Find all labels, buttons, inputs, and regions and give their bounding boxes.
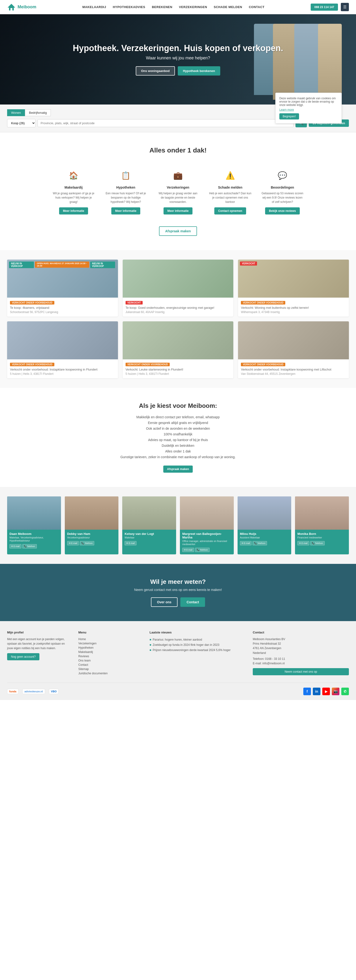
cookie-learn-more[interactable]: Learn more	[279, 108, 294, 111]
cookie-banner: Deze website maakt gebruik van cookies o…	[275, 92, 342, 124]
team-photo-1	[65, 496, 119, 530]
team-phone-0[interactable]: 📞 Telefoon	[22, 544, 37, 549]
afspraak-button[interactable]: Afspraak maken	[159, 226, 197, 236]
verzekeringen-desc: Wij helpen je graag verder aan de laagst…	[157, 191, 199, 204]
team-info-5: Monika Born Financieel medewerker ✉ E-ma…	[295, 530, 349, 548]
services-section: Alles onder 1 dak! 🏠 Makelaardij Wil je …	[0, 132, 356, 250]
team-card-4: Milou Huijs Assistent Makelaar ✉ E-mail …	[237, 496, 291, 554]
team-role-1: Verzekeringsadviseur	[67, 536, 116, 539]
property-status-2: VERKOCHT ONDER VOORBEHOUD	[241, 301, 285, 304]
team-info-1: Debby van Ham Verzekeringsadviseur ✉ E-m…	[65, 530, 119, 548]
team-info-3: Margreet van Ballegooijen-Martha Office …	[180, 530, 234, 554]
footer-contact-address: Prins Hendrikstraat 32	[253, 641, 349, 646]
footer-menu-item-5[interactable]: Ons team	[78, 659, 142, 663]
makelaardij-icon: 🏠	[66, 169, 81, 183]
footer-menu-item-3[interactable]: Makelaardij	[78, 650, 142, 654]
property-address-3: 5 huizen | Helis 3, 4381TI Flundert	[10, 372, 115, 375]
service-card-beoordelingen: 💬 Beoordelingen Gebaseerd op 53 reviews …	[259, 164, 306, 219]
footer-news-1[interactable]: ■ Zoekbudget op funda in 2024 flink hoge…	[150, 642, 246, 648]
cookie-accept-button[interactable]: Begrepen!	[279, 113, 299, 119]
team-phone-5[interactable]: 📞 Telefoon	[310, 541, 325, 545]
property-card-5: VERKOCHT ONDER VOORBEHOUD Verkocht onder…	[238, 321, 349, 379]
team-name-2: Kelsey van der Logt	[125, 532, 174, 536]
schade-btn[interactable]: Contact opnemen	[214, 207, 246, 215]
why-afspraak-button[interactable]: Afspraak maken	[163, 466, 193, 473]
navbar-right: 088 23 114 147 ☰	[311, 3, 349, 11]
nav-schade-melden[interactable]: SCHADE MELDEN	[214, 5, 242, 9]
footer-menu-item-7[interactable]: Sitemap	[78, 667, 142, 671]
youtube-icon[interactable]: ▶	[322, 687, 330, 695]
team-name-4: Milou Huijs	[240, 532, 289, 536]
footer-menu-title: Menu	[78, 631, 142, 634]
nav-makelaardij[interactable]: MAKELAARDIJ	[82, 5, 106, 9]
linkedin-icon[interactable]: in	[313, 687, 320, 695]
team-role-0: Makelaar, Verzekeringsadviseur, Hypothee…	[9, 536, 59, 542]
footer-news-2[interactable]: ■ Prijzen nieuwbouwwoningen derde kwarta…	[150, 648, 246, 653]
beoordelingen-btn[interactable]: Bekijk onze reviews	[265, 207, 299, 215]
whatsapp-icon[interactable]: ✆	[341, 687, 349, 695]
why-item-5: Duidelijk en betrokken	[7, 443, 349, 449]
team-email-4[interactable]: ✉ E-mail	[240, 541, 252, 545]
footer-menu-item-6[interactable]: Contact	[78, 663, 142, 667]
nav-berekenen[interactable]: BEREKENEN	[152, 5, 172, 9]
facebook-icon[interactable]: f	[303, 687, 311, 695]
footer-contact-button[interactable]: Neem contact met ons op	[253, 668, 349, 675]
team-info-2: Kelsey van der Logt Makelaar ✉ E-mail	[122, 530, 176, 548]
team-info-4: Milou Huijs Assistent Makelaar ✉ E-mail …	[237, 530, 291, 548]
footer-menu-item-8[interactable]: Juridische documenten	[78, 671, 142, 676]
team-email-5[interactable]: ✉ E-mail	[297, 541, 309, 545]
team-email-1[interactable]: ✉ E-mail	[67, 541, 79, 545]
footer-menu-list: Home Verzekeringen Hypotheken Makelaardi…	[78, 637, 142, 676]
verzekeringen-title: Verzekeringen	[157, 186, 199, 189]
footer-nieuws-title: Laatste nieuws	[150, 631, 246, 634]
tab-bedrijfsmatig[interactable]: Bedrijfsmatig	[25, 109, 51, 116]
footer-menu-item-0[interactable]: Home	[78, 637, 142, 641]
verzekeringen-btn[interactable]: Meer informatie	[163, 207, 192, 215]
team-email-3[interactable]: ✉ E-mail	[182, 548, 194, 552]
footer-nieuws: Laatste nieuws ■ Pararius: hogere huren,…	[150, 631, 246, 676]
team-actions-0: ✉ E-mail 📞 Telefoon	[9, 544, 59, 549]
hero-person-4	[318, 24, 342, 97]
team-phone-3[interactable]: 📞 Telefoon	[195, 548, 210, 552]
team-name-5: Monika Born	[297, 532, 347, 536]
team-phone-1[interactable]: 📞 Telefoon	[80, 541, 94, 545]
why-item-0: Makkelijk en direct contact per telefoon…	[7, 414, 349, 420]
hero-person-3	[294, 24, 320, 105]
makelaardij-btn[interactable]: Meer informatie	[59, 207, 88, 215]
menu-button[interactable]: ☰	[341, 3, 349, 11]
footer-menu-item-1[interactable]: Verzekeringen	[78, 641, 142, 646]
property-title-5: Verkocht onder voorbehoud: Instapklare k…	[241, 368, 346, 371]
team-card-5: Monika Born Financieel medewerker ✉ E-ma…	[295, 496, 349, 554]
property-card-0: NIEUW IN VERKOOP OPEN HUIS: MAANDAG 27 J…	[7, 259, 118, 317]
advieskeuze-logo: advieskeuze.nl	[22, 689, 45, 694]
cta-over-ons-btn[interactable]: Over ons	[151, 597, 178, 607]
nav-hypotheekadvies[interactable]: HYPOTHEEKADVIES	[113, 5, 145, 9]
team-email-0[interactable]: ✉ E-mail	[9, 544, 21, 549]
news-icon-1: ■	[150, 643, 151, 646]
hypotheken-btn[interactable]: Meer informatie	[111, 207, 140, 215]
hero-hypotheek-btn[interactable]: Hypotheek berekenen	[178, 66, 220, 76]
footer-news-0[interactable]: ■ Pararius: hogere huren, kleiner aanbod	[150, 637, 246, 642]
team-phone-4[interactable]: 📞 Telefoon	[253, 541, 267, 545]
why-section: Als je kiest voor Meiboom: Makkelijk en …	[0, 388, 356, 487]
cta-contact-btn[interactable]: Contact	[180, 597, 205, 607]
search-type-select[interactable]: Koop (26)	[7, 119, 36, 127]
footer-menu-item-2[interactable]: Hypotheken	[78, 646, 142, 650]
footer: Mijn profiel Met een eigen account kun j…	[0, 621, 356, 700]
social-icons: f in ▶ 📷 ✆	[303, 687, 349, 695]
nav-contact[interactable]: CONTACT	[249, 5, 264, 9]
search-input[interactable]	[38, 119, 294, 127]
instagram-icon[interactable]: 📷	[332, 687, 339, 695]
logo[interactable]: Meiboom	[7, 3, 36, 11]
team-email-2[interactable]: ✉ E-mail	[125, 541, 136, 545]
nav-verzekeringen[interactable]: VERZEKERINGEN	[179, 5, 207, 9]
hero-woningaanbod-btn[interactable]: Ons woningaanbod	[136, 66, 175, 76]
team-card-2: Kelsey van der Logt Makelaar ✉ E-mail	[122, 496, 176, 554]
team-photo-3	[180, 496, 234, 530]
tab-wonen[interactable]: Wonen	[7, 109, 25, 116]
footer-account-button[interactable]: Nog geen account?	[7, 653, 40, 660]
property-status-1: VERKOCHT	[125, 301, 142, 304]
phone-button[interactable]: 088 23 114 147	[311, 3, 338, 11]
service-card-verzekeringen: 💼 Verzekeringen Wij helpen je graag verd…	[154, 164, 202, 219]
footer-menu-item-4[interactable]: Reviews	[78, 654, 142, 659]
